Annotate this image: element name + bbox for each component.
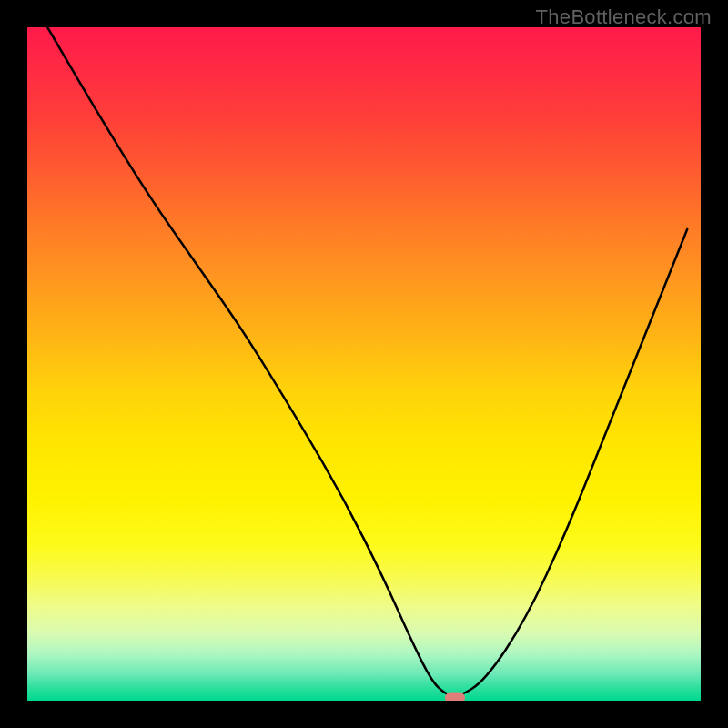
optimal-marker	[445, 693, 465, 701]
bottleneck-curve	[27, 27, 701, 701]
plot-area	[27, 27, 701, 701]
watermark-text: TheBottleneck.com	[536, 5, 712, 29]
chart-frame: TheBottleneck.com	[0, 0, 728, 728]
